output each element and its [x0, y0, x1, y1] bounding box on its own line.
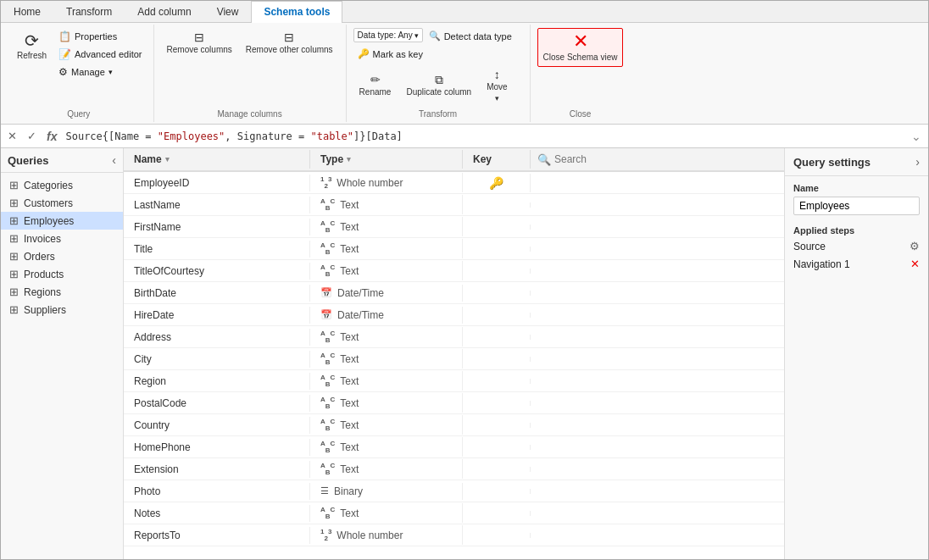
table-row[interactable]: ReportsTo 123Whole number	[124, 524, 784, 546]
type-icon-abc: ABC	[320, 506, 335, 520]
type-icon-123: 123	[320, 528, 331, 542]
step-item-navigation-1[interactable]: Navigation 1✕	[785, 255, 928, 273]
type-label: Text	[340, 221, 359, 233]
step-delete-icon[interactable]: ✕	[910, 258, 920, 270]
formula-comma: , Signature =	[225, 130, 310, 142]
step-gear-icon[interactable]: ⚙	[910, 240, 920, 252]
step-name-label: Source	[793, 241, 910, 252]
query-small-buttons: 📋 Properties 📝 Advanced editor ⚙ Manage …	[54, 28, 147, 80]
col-header-name[interactable]: Name ▾	[124, 150, 310, 169]
sidebar-item-customers[interactable]: ⊞Customers	[1, 194, 123, 212]
steps-list: Source⚙Navigation 1✕	[785, 237, 928, 273]
detect-data-type-button[interactable]: 🔍 Detect data type	[425, 28, 516, 44]
cell-type: ABCText	[310, 437, 463, 457]
tab-transform[interactable]: Transform	[53, 1, 125, 22]
ribbon-content: ⟳ Refresh 📋 Properties 📝 Advanced editor	[1, 23, 928, 124]
duplicate-column-button[interactable]: ⧉ Duplicate column	[400, 65, 477, 106]
advanced-editor-label: Advanced editor	[75, 49, 142, 59]
table-row[interactable]: BirthDate 📅Date/Time	[124, 282, 784, 304]
settings-title: Query settings	[793, 156, 871, 169]
sidebar-item-label: Employees	[24, 215, 74, 227]
table-row[interactable]: PostalCode ABCText	[124, 392, 784, 414]
table-row[interactable]: Region ABCText	[124, 370, 784, 392]
applied-steps-header: Applied steps	[785, 222, 928, 237]
expand-icon[interactable]: ⌄	[908, 128, 925, 145]
rename-button[interactable]: ✏ Rename	[353, 65, 398, 106]
table-row[interactable]: HireDate 📅Date/Time	[124, 304, 784, 326]
sidebar-item-orders[interactable]: ⊞Orders	[1, 247, 123, 265]
settings-name-section: Name	[785, 176, 928, 222]
close-schema-label: Close Schema view	[543, 53, 618, 63]
table-row[interactable]: Photo ☰Binary	[124, 480, 784, 502]
search-input[interactable]	[554, 153, 777, 165]
mark-as-key-button[interactable]: 🔑 Mark as key	[353, 46, 427, 62]
remove-other-columns-button[interactable]: ⊟ Remove other columns	[240, 28, 339, 58]
formula-input[interactable]: Source{[Name = "Employees", Signature = …	[64, 129, 904, 144]
sidebar-item-employees[interactable]: ⊞Employees	[1, 212, 123, 230]
cell-key	[463, 269, 531, 274]
sidebar-item-regions[interactable]: ⊞Regions	[1, 283, 123, 301]
sidebar-collapse-button[interactable]: ‹	[112, 153, 116, 167]
table-row[interactable]: TitleOfCourtesy ABCText	[124, 260, 784, 282]
type-icon-bin: ☰	[320, 485, 329, 496]
cell-type: ABCText	[310, 371, 463, 391]
table-icon: ⊞	[9, 214, 19, 227]
sidebar-item-invoices[interactable]: ⊞Invoices	[1, 230, 123, 247]
tab-home[interactable]: Home	[1, 1, 53, 22]
properties-button[interactable]: 📋 Properties	[54, 28, 147, 45]
tab-add-column[interactable]: Add column	[125, 1, 203, 22]
table-row[interactable]: EmployeeID 123Whole number 🔑	[124, 172, 784, 194]
cell-key	[463, 335, 531, 340]
step-item-source[interactable]: Source⚙	[785, 237, 928, 255]
table-row[interactable]: City ABCText	[124, 348, 784, 370]
manage-button[interactable]: ⚙ Manage ▾	[54, 64, 147, 80]
formula-close: ]}[Data]	[353, 130, 403, 142]
remove-columns-button[interactable]: ⊟ Remove columns	[161, 28, 238, 58]
close-schema-icon: ✕	[573, 32, 588, 51]
advanced-editor-icon: 📝	[58, 48, 71, 60]
col-header-key[interactable]: Key	[463, 150, 531, 169]
tab-view[interactable]: View	[204, 1, 252, 22]
key-icon: 🔑	[358, 48, 370, 59]
close-schema-view-button[interactable]: ✕ Close Schema view	[537, 28, 624, 67]
remove-columns-icon: ⊟	[194, 31, 204, 43]
table-row[interactable]: Notes ABCText	[124, 502, 784, 524]
table-row[interactable]: HomePhone ABCText	[124, 436, 784, 458]
sidebar-item-products[interactable]: ⊞Products	[1, 265, 123, 283]
cell-type: ABCText	[310, 327, 463, 347]
data-type-dropdown[interactable]: Data type: Any ▾	[353, 28, 423, 42]
step-name-label: Navigation 1	[793, 258, 907, 270]
search-icon: 🔍	[537, 153, 551, 166]
table-row[interactable]: Country ABCText	[124, 414, 784, 436]
formula-fx-icon[interactable]: fx	[43, 128, 60, 145]
cell-type: ABCText	[310, 393, 463, 413]
table-row[interactable]: Title ABCText	[124, 238, 784, 260]
table-row[interactable]: LastName ABCText	[124, 194, 784, 216]
sidebar-item-label: Categories	[24, 180, 73, 191]
move-button[interactable]: ↕ Move ▾	[481, 65, 513, 106]
settings-name-input[interactable]	[793, 197, 920, 215]
col-header-type[interactable]: Type ▾	[310, 150, 463, 169]
type-icon-abc: ABC	[320, 241, 335, 256]
formula-function: Source{[Name =	[65, 130, 157, 142]
settings-expand-button[interactable]: ›	[915, 155, 920, 169]
table-row[interactable]: Extension ABCText	[124, 458, 784, 480]
cell-key	[463, 225, 531, 230]
col-type-label: Type	[320, 153, 343, 165]
table-row[interactable]: FirstName ABCText	[124, 216, 784, 238]
cell-type: ABCText	[310, 195, 463, 214]
table-row[interactable]: Address ABCText	[124, 326, 784, 348]
sidebar-item-suppliers[interactable]: ⊞Suppliers	[1, 301, 123, 319]
sidebar-item-categories[interactable]: ⊞Categories	[1, 176, 123, 194]
cell-name: ReportsTo	[124, 527, 310, 544]
tab-schema-tools[interactable]: Schema tools	[251, 1, 342, 23]
type-icon-abc: ABC	[320, 418, 335, 432]
formula-cancel-icon[interactable]: ✕	[4, 128, 20, 144]
refresh-button[interactable]: ⟳ Refresh	[11, 28, 53, 65]
cell-name: FirstName	[124, 219, 310, 236]
type-icon-abc: ABC	[320, 396, 335, 410]
type-label: Text	[340, 199, 359, 211]
formula-confirm-icon[interactable]: ✓	[24, 128, 40, 144]
advanced-editor-button[interactable]: 📝 Advanced editor	[54, 46, 147, 63]
cell-name: Address	[124, 329, 310, 346]
